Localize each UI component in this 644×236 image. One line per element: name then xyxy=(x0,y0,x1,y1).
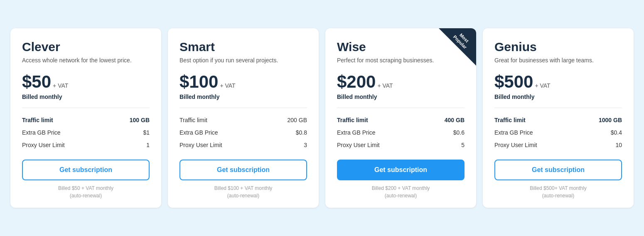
feature-label: Traffic limit xyxy=(494,117,526,123)
feature-row-1: Extra GB Price $1 xyxy=(22,126,150,139)
plan-price-row: $50 + VAT xyxy=(22,72,150,92)
plan-price-row: $200 + VAT xyxy=(337,72,465,92)
feature-row-1: Extra GB Price $0.6 xyxy=(337,126,465,139)
plan-price-vat: + VAT xyxy=(377,82,393,89)
plan-billing: Billed monthly xyxy=(337,93,465,100)
feature-label: Extra GB Price xyxy=(337,129,376,136)
feature-row-2: Proxy User Limit 10 xyxy=(494,139,622,151)
plan-card-genius: Genius Great for businesses with large t… xyxy=(483,28,634,208)
feature-row-2: Proxy User Limit 3 xyxy=(179,139,307,151)
feature-label: Proxy User Limit xyxy=(179,142,222,148)
feature-value: 10 xyxy=(615,142,622,148)
plan-cta: Get subscription Billed $500+ VAT monthl… xyxy=(494,160,622,199)
feature-value: 1 xyxy=(146,142,150,148)
plan-name: Genius xyxy=(494,40,622,54)
feature-row-2: Proxy User Limit 1 xyxy=(22,139,150,151)
subscribe-button-genius[interactable]: Get subscription xyxy=(494,160,622,180)
plan-price: $50 xyxy=(22,72,51,92)
plan-cta: Get subscription Billed $200 + VAT month… xyxy=(337,160,465,199)
subscribe-button-smart[interactable]: Get subscription xyxy=(179,160,307,180)
feature-value: 400 GB xyxy=(445,117,465,123)
plan-billing: Billed monthly xyxy=(179,93,307,100)
plan-cta: Get subscription Billed $50 + VAT monthl… xyxy=(22,160,150,199)
feature-value: $0.4 xyxy=(611,129,622,136)
feature-value: $1 xyxy=(143,129,150,136)
plan-price-vat: + VAT xyxy=(220,82,235,89)
plan-description: Best option if you run several projects. xyxy=(179,57,307,65)
plan-name: Smart xyxy=(179,40,307,54)
plan-cta: Get subscription Billed $100 + VAT month… xyxy=(179,160,307,199)
feature-label: Traffic limit xyxy=(22,117,53,123)
feature-row-0: Traffic limit 200 GB xyxy=(179,114,307,126)
feature-value: 5 xyxy=(461,142,465,148)
plan-card-smart: Smart Best option if you run several pro… xyxy=(168,28,319,208)
feature-label: Proxy User Limit xyxy=(337,142,380,148)
plan-description: Great for businesses with large teams. xyxy=(494,57,622,65)
feature-label: Traffic limit xyxy=(179,117,207,123)
plan-features: Traffic limit 1000 GB Extra GB Price $0.… xyxy=(494,108,622,151)
feature-value: $0.6 xyxy=(453,129,465,136)
feature-label: Extra GB Price xyxy=(179,129,218,136)
feature-row-1: Extra GB Price $0.4 xyxy=(494,126,622,139)
feature-value: 3 xyxy=(304,142,307,148)
plan-features: Traffic limit 100 GB Extra GB Price $1 P… xyxy=(22,108,150,151)
billing-note: Billed $200 + VAT monthly(auto-renewal) xyxy=(337,184,465,199)
billing-note: Billed $500+ VAT monthly(auto-renewal) xyxy=(494,184,622,199)
plan-price: $200 xyxy=(337,72,376,92)
plan-features: Traffic limit 400 GB Extra GB Price $0.6… xyxy=(337,108,465,151)
plan-features: Traffic limit 200 GB Extra GB Price $0.8… xyxy=(179,108,307,151)
plan-price-row: $100 + VAT xyxy=(179,72,307,92)
feature-label: Extra GB Price xyxy=(22,129,61,136)
plan-name: Clever xyxy=(22,40,150,54)
feature-value: 1000 GB xyxy=(599,117,622,123)
billing-note: Billed $100 + VAT monthly(auto-renewal) xyxy=(179,184,307,199)
subscribe-button-clever[interactable]: Get subscription xyxy=(22,160,150,180)
plans-container: Clever Access whole network for the lowe… xyxy=(10,28,634,208)
plan-card-wise: MostPopular Wise Perfect for most scrapi… xyxy=(325,28,476,208)
subscribe-button-wise[interactable]: Get subscription xyxy=(337,160,465,180)
plan-price-row: $500 + VAT xyxy=(494,72,622,92)
plan-price-vat: + VAT xyxy=(53,82,68,89)
feature-value: 200 GB xyxy=(288,117,307,123)
feature-label: Proxy User Limit xyxy=(494,142,537,148)
plan-price: $500 xyxy=(494,72,533,92)
plan-description: Access whole network for the lowest pric… xyxy=(22,57,150,65)
feature-label: Traffic limit xyxy=(337,117,368,123)
plan-price: $100 xyxy=(179,72,218,92)
plan-price-vat: + VAT xyxy=(535,82,550,89)
feature-value: $0.8 xyxy=(296,129,307,136)
feature-label: Extra GB Price xyxy=(494,129,533,136)
feature-label: Proxy User Limit xyxy=(22,142,65,148)
plan-billing: Billed monthly xyxy=(22,93,150,100)
feature-row-0: Traffic limit 1000 GB xyxy=(494,114,622,126)
feature-row-2: Proxy User Limit 5 xyxy=(337,139,465,151)
feature-row-0: Traffic limit 100 GB xyxy=(22,114,150,126)
plan-card-clever: Clever Access whole network for the lowe… xyxy=(10,28,161,208)
plan-billing: Billed monthly xyxy=(494,93,622,100)
billing-note: Billed $50 + VAT monthly(auto-renewal) xyxy=(22,184,150,199)
feature-value: 100 GB xyxy=(130,117,150,123)
feature-row-1: Extra GB Price $0.8 xyxy=(179,126,307,139)
most-popular-badge: MostPopular xyxy=(439,28,476,66)
feature-row-0: Traffic limit 400 GB xyxy=(337,114,465,126)
